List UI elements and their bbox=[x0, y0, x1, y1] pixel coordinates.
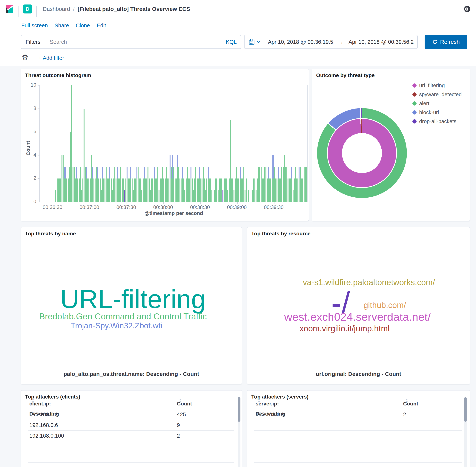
histogram-bar[interactable] bbox=[126, 167, 127, 202]
histogram-bar[interactable] bbox=[175, 179, 175, 202]
histogram-bar[interactable] bbox=[210, 179, 211, 202]
search-input[interactable] bbox=[45, 36, 226, 48]
scrollbar-thumb[interactable] bbox=[238, 397, 240, 422]
tag-cloud-term[interactable]: URL-filtering bbox=[60, 286, 206, 312]
histogram-bar[interactable] bbox=[81, 190, 82, 202]
histogram-bar[interactable] bbox=[279, 179, 280, 202]
histogram-bar[interactable] bbox=[229, 179, 230, 202]
table-cell-count[interactable]: 2 bbox=[403, 409, 406, 420]
histogram-bar[interactable] bbox=[287, 167, 287, 202]
histogram-bar[interactable] bbox=[264, 167, 265, 202]
histogram-bar[interactable] bbox=[173, 167, 174, 202]
histogram-bar[interactable] bbox=[265, 167, 266, 202]
full-screen-button[interactable]: Full screen bbox=[21, 23, 48, 29]
histogram-bar[interactable] bbox=[285, 167, 286, 202]
histogram-bar[interactable] bbox=[108, 179, 109, 202]
histogram-bar[interactable] bbox=[179, 179, 180, 202]
histogram-bar[interactable] bbox=[289, 179, 290, 202]
histogram-bar[interactable] bbox=[234, 190, 235, 202]
histogram-bar[interactable] bbox=[238, 179, 239, 202]
histogram-bar[interactable] bbox=[160, 179, 161, 202]
date-range-start[interactable]: Apr 10, 2018 @ 00:36:19.5 bbox=[268, 39, 333, 45]
histogram-bar[interactable] bbox=[172, 155, 173, 202]
histogram-bar[interactable] bbox=[272, 155, 273, 202]
histogram-bar[interactable] bbox=[258, 167, 259, 202]
histogram-bar[interactable] bbox=[75, 179, 76, 202]
help-icon[interactable] bbox=[463, 5, 471, 13]
table-row[interactable]: 192.168.0.1002 bbox=[28, 430, 234, 441]
histogram-bar[interactable] bbox=[150, 190, 151, 202]
histogram-bar[interactable] bbox=[276, 179, 276, 202]
histogram-bar[interactable] bbox=[226, 179, 227, 202]
histogram-bar[interactable] bbox=[263, 179, 264, 202]
histogram-bar[interactable] bbox=[139, 179, 140, 202]
histogram-bar[interactable] bbox=[111, 179, 112, 202]
histogram-bar[interactable] bbox=[240, 167, 241, 202]
histogram-bar[interactable] bbox=[57, 179, 58, 202]
histogram-bar[interactable] bbox=[55, 190, 56, 202]
histogram-bar[interactable] bbox=[152, 179, 153, 202]
histogram-bar[interactable] bbox=[270, 179, 271, 202]
histogram-bar[interactable] bbox=[129, 179, 130, 202]
histogram-bar[interactable] bbox=[77, 179, 78, 202]
table-row[interactable]: 192.168.0.2425 bbox=[28, 409, 234, 420]
histogram-bar[interactable] bbox=[159, 190, 160, 202]
histogram-bar[interactable] bbox=[186, 179, 187, 202]
histogram-bar[interactable] bbox=[242, 179, 243, 202]
histogram-bar[interactable] bbox=[253, 179, 254, 202]
histogram-bar[interactable] bbox=[65, 167, 66, 202]
histogram-bar[interactable] bbox=[79, 179, 80, 202]
histogram-bar[interactable] bbox=[209, 179, 210, 202]
histogram-bar[interactable] bbox=[267, 179, 268, 202]
histogram-bar[interactable] bbox=[155, 179, 156, 202]
histogram-bar[interactable] bbox=[120, 167, 121, 202]
histogram-bar[interactable] bbox=[170, 155, 171, 202]
histogram-bar[interactable] bbox=[232, 179, 233, 202]
histogram-bar[interactable] bbox=[274, 167, 275, 202]
histogram-bar[interactable] bbox=[133, 190, 134, 202]
table-cell-ip[interactable]: 192.168.0.2 bbox=[29, 409, 58, 420]
table-row[interactable]: 192.168.0.22 bbox=[254, 409, 462, 420]
tag-cloud-term[interactable]: Trojan-Spy.Win32.Zbot.wti bbox=[71, 322, 162, 330]
histogram-bar[interactable] bbox=[225, 179, 226, 202]
histogram-bar[interactable] bbox=[88, 179, 89, 202]
histogram-bar[interactable] bbox=[115, 179, 116, 202]
tag-cloud-term[interactable]: github.com/ bbox=[363, 301, 406, 309]
legend-item-block-url[interactable]: block-url bbox=[413, 109, 439, 116]
histogram-bar[interactable] bbox=[106, 167, 107, 202]
kibana-logo-icon[interactable] bbox=[6, 5, 14, 13]
histogram-bar[interactable] bbox=[162, 167, 163, 202]
histogram-bar[interactable] bbox=[254, 179, 255, 202]
histogram-bar[interactable] bbox=[298, 179, 298, 202]
histogram-bar[interactable] bbox=[93, 179, 94, 202]
histogram-bar[interactable] bbox=[143, 179, 144, 202]
histogram-bar[interactable] bbox=[237, 179, 238, 202]
table-cell-ip[interactable]: 192.168.0.2 bbox=[256, 409, 284, 420]
histogram-bar[interactable] bbox=[135, 179, 136, 202]
histogram-bar[interactable] bbox=[218, 190, 219, 202]
table-row[interactable]: 192.168.0.69 bbox=[28, 420, 234, 430]
histogram-bar[interactable] bbox=[257, 179, 258, 202]
histogram-bar[interactable] bbox=[166, 167, 167, 202]
histogram-bar[interactable] bbox=[60, 179, 61, 202]
histogram-bar[interactable] bbox=[269, 179, 270, 202]
histogram-bar[interactable] bbox=[177, 155, 178, 202]
histogram-bar[interactable] bbox=[64, 167, 65, 202]
histogram-bar[interactable] bbox=[290, 179, 291, 202]
histogram-bar[interactable] bbox=[220, 179, 221, 202]
histogram-bar[interactable] bbox=[91, 155, 92, 202]
histogram-bar[interactable] bbox=[141, 190, 142, 202]
histogram-bar[interactable] bbox=[109, 167, 110, 202]
histogram-bar[interactable] bbox=[214, 190, 215, 202]
histogram-bar[interactable] bbox=[190, 167, 191, 202]
histogram-bar[interactable] bbox=[291, 167, 292, 202]
histogram-bar[interactable] bbox=[299, 167, 300, 202]
legend-item-url_filtering[interactable]: url_filtering bbox=[413, 82, 445, 89]
histogram-bar[interactable] bbox=[305, 167, 306, 202]
histogram-bar[interactable] bbox=[68, 179, 69, 202]
histogram-bar[interactable] bbox=[167, 179, 168, 202]
histogram-bar[interactable] bbox=[66, 179, 67, 202]
table-cell-count[interactable]: 2 bbox=[177, 430, 180, 441]
histogram-bar[interactable] bbox=[137, 167, 138, 202]
histogram-bar[interactable] bbox=[259, 167, 260, 202]
